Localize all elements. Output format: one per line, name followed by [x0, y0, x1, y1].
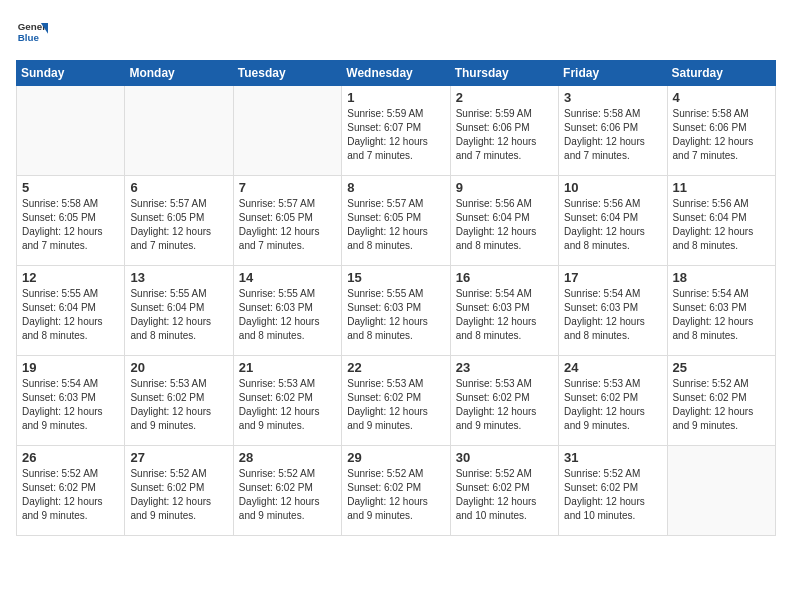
logo-icon: General Blue [16, 16, 48, 48]
day-number: 29 [347, 450, 444, 465]
page-header: General Blue [16, 16, 776, 48]
weekday-header-saturday: Saturday [667, 61, 775, 86]
calendar-cell: 24Sunrise: 5:53 AM Sunset: 6:02 PM Dayli… [559, 356, 667, 446]
day-number: 8 [347, 180, 444, 195]
weekday-header-friday: Friday [559, 61, 667, 86]
day-info: Sunrise: 5:56 AM Sunset: 6:04 PM Dayligh… [673, 197, 770, 253]
day-info: Sunrise: 5:54 AM Sunset: 6:03 PM Dayligh… [673, 287, 770, 343]
calendar-cell: 10Sunrise: 5:56 AM Sunset: 6:04 PM Dayli… [559, 176, 667, 266]
day-info: Sunrise: 5:57 AM Sunset: 6:05 PM Dayligh… [130, 197, 227, 253]
calendar-cell: 4Sunrise: 5:58 AM Sunset: 6:06 PM Daylig… [667, 86, 775, 176]
day-info: Sunrise: 5:59 AM Sunset: 6:06 PM Dayligh… [456, 107, 553, 163]
weekday-header-sunday: Sunday [17, 61, 125, 86]
day-info: Sunrise: 5:52 AM Sunset: 6:02 PM Dayligh… [239, 467, 336, 523]
weekday-header-wednesday: Wednesday [342, 61, 450, 86]
calendar-cell: 21Sunrise: 5:53 AM Sunset: 6:02 PM Dayli… [233, 356, 341, 446]
day-number: 26 [22, 450, 119, 465]
calendar-cell: 2Sunrise: 5:59 AM Sunset: 6:06 PM Daylig… [450, 86, 558, 176]
calendar-cell: 26Sunrise: 5:52 AM Sunset: 6:02 PM Dayli… [17, 446, 125, 536]
weekday-header-tuesday: Tuesday [233, 61, 341, 86]
logo: General Blue [16, 16, 48, 48]
day-number: 17 [564, 270, 661, 285]
calendar-cell: 28Sunrise: 5:52 AM Sunset: 6:02 PM Dayli… [233, 446, 341, 536]
day-info: Sunrise: 5:52 AM Sunset: 6:02 PM Dayligh… [347, 467, 444, 523]
calendar-cell: 23Sunrise: 5:53 AM Sunset: 6:02 PM Dayli… [450, 356, 558, 446]
day-number: 14 [239, 270, 336, 285]
day-info: Sunrise: 5:59 AM Sunset: 6:07 PM Dayligh… [347, 107, 444, 163]
weekday-header-thursday: Thursday [450, 61, 558, 86]
calendar-cell: 20Sunrise: 5:53 AM Sunset: 6:02 PM Dayli… [125, 356, 233, 446]
day-info: Sunrise: 5:58 AM Sunset: 6:06 PM Dayligh… [673, 107, 770, 163]
day-number: 21 [239, 360, 336, 375]
calendar-cell: 11Sunrise: 5:56 AM Sunset: 6:04 PM Dayli… [667, 176, 775, 266]
day-info: Sunrise: 5:54 AM Sunset: 6:03 PM Dayligh… [456, 287, 553, 343]
day-info: Sunrise: 5:53 AM Sunset: 6:02 PM Dayligh… [456, 377, 553, 433]
calendar-cell: 7Sunrise: 5:57 AM Sunset: 6:05 PM Daylig… [233, 176, 341, 266]
calendar-header-row: SundayMondayTuesdayWednesdayThursdayFrid… [17, 61, 776, 86]
day-number: 13 [130, 270, 227, 285]
day-number: 3 [564, 90, 661, 105]
day-info: Sunrise: 5:55 AM Sunset: 6:04 PM Dayligh… [130, 287, 227, 343]
day-info: Sunrise: 5:58 AM Sunset: 6:06 PM Dayligh… [564, 107, 661, 163]
calendar-week-5: 26Sunrise: 5:52 AM Sunset: 6:02 PM Dayli… [17, 446, 776, 536]
calendar-cell: 5Sunrise: 5:58 AM Sunset: 6:05 PM Daylig… [17, 176, 125, 266]
day-number: 20 [130, 360, 227, 375]
day-info: Sunrise: 5:56 AM Sunset: 6:04 PM Dayligh… [564, 197, 661, 253]
calendar-cell: 16Sunrise: 5:54 AM Sunset: 6:03 PM Dayli… [450, 266, 558, 356]
calendar-week-3: 12Sunrise: 5:55 AM Sunset: 6:04 PM Dayli… [17, 266, 776, 356]
day-number: 9 [456, 180, 553, 195]
calendar-cell: 31Sunrise: 5:52 AM Sunset: 6:02 PM Dayli… [559, 446, 667, 536]
day-number: 1 [347, 90, 444, 105]
calendar-week-1: 1Sunrise: 5:59 AM Sunset: 6:07 PM Daylig… [17, 86, 776, 176]
calendar-week-2: 5Sunrise: 5:58 AM Sunset: 6:05 PM Daylig… [17, 176, 776, 266]
day-info: Sunrise: 5:56 AM Sunset: 6:04 PM Dayligh… [456, 197, 553, 253]
day-info: Sunrise: 5:57 AM Sunset: 6:05 PM Dayligh… [239, 197, 336, 253]
calendar-cell: 25Sunrise: 5:52 AM Sunset: 6:02 PM Dayli… [667, 356, 775, 446]
calendar-cell: 18Sunrise: 5:54 AM Sunset: 6:03 PM Dayli… [667, 266, 775, 356]
day-number: 15 [347, 270, 444, 285]
day-info: Sunrise: 5:52 AM Sunset: 6:02 PM Dayligh… [456, 467, 553, 523]
calendar-table: SundayMondayTuesdayWednesdayThursdayFrid… [16, 60, 776, 536]
day-number: 30 [456, 450, 553, 465]
day-info: Sunrise: 5:58 AM Sunset: 6:05 PM Dayligh… [22, 197, 119, 253]
day-number: 18 [673, 270, 770, 285]
day-info: Sunrise: 5:53 AM Sunset: 6:02 PM Dayligh… [564, 377, 661, 433]
day-number: 6 [130, 180, 227, 195]
day-number: 28 [239, 450, 336, 465]
day-number: 12 [22, 270, 119, 285]
day-number: 2 [456, 90, 553, 105]
calendar-cell: 22Sunrise: 5:53 AM Sunset: 6:02 PM Dayli… [342, 356, 450, 446]
calendar-cell: 6Sunrise: 5:57 AM Sunset: 6:05 PM Daylig… [125, 176, 233, 266]
calendar-week-4: 19Sunrise: 5:54 AM Sunset: 6:03 PM Dayli… [17, 356, 776, 446]
day-number: 27 [130, 450, 227, 465]
day-number: 22 [347, 360, 444, 375]
calendar-cell: 1Sunrise: 5:59 AM Sunset: 6:07 PM Daylig… [342, 86, 450, 176]
day-info: Sunrise: 5:52 AM Sunset: 6:02 PM Dayligh… [130, 467, 227, 523]
day-info: Sunrise: 5:53 AM Sunset: 6:02 PM Dayligh… [130, 377, 227, 433]
calendar-cell: 29Sunrise: 5:52 AM Sunset: 6:02 PM Dayli… [342, 446, 450, 536]
day-info: Sunrise: 5:52 AM Sunset: 6:02 PM Dayligh… [22, 467, 119, 523]
calendar-cell [125, 86, 233, 176]
calendar-cell: 14Sunrise: 5:55 AM Sunset: 6:03 PM Dayli… [233, 266, 341, 356]
calendar-cell: 19Sunrise: 5:54 AM Sunset: 6:03 PM Dayli… [17, 356, 125, 446]
day-info: Sunrise: 5:52 AM Sunset: 6:02 PM Dayligh… [673, 377, 770, 433]
day-info: Sunrise: 5:54 AM Sunset: 6:03 PM Dayligh… [564, 287, 661, 343]
calendar-cell: 30Sunrise: 5:52 AM Sunset: 6:02 PM Dayli… [450, 446, 558, 536]
calendar-cell: 27Sunrise: 5:52 AM Sunset: 6:02 PM Dayli… [125, 446, 233, 536]
day-number: 24 [564, 360, 661, 375]
day-number: 25 [673, 360, 770, 375]
day-number: 16 [456, 270, 553, 285]
day-number: 11 [673, 180, 770, 195]
calendar-cell: 13Sunrise: 5:55 AM Sunset: 6:04 PM Dayli… [125, 266, 233, 356]
day-number: 23 [456, 360, 553, 375]
calendar-cell: 12Sunrise: 5:55 AM Sunset: 6:04 PM Dayli… [17, 266, 125, 356]
day-number: 19 [22, 360, 119, 375]
calendar-cell [233, 86, 341, 176]
day-info: Sunrise: 5:55 AM Sunset: 6:03 PM Dayligh… [347, 287, 444, 343]
svg-text:Blue: Blue [18, 32, 40, 43]
day-number: 10 [564, 180, 661, 195]
day-info: Sunrise: 5:57 AM Sunset: 6:05 PM Dayligh… [347, 197, 444, 253]
calendar-body: 1Sunrise: 5:59 AM Sunset: 6:07 PM Daylig… [17, 86, 776, 536]
calendar-cell: 15Sunrise: 5:55 AM Sunset: 6:03 PM Dayli… [342, 266, 450, 356]
weekday-header-monday: Monday [125, 61, 233, 86]
